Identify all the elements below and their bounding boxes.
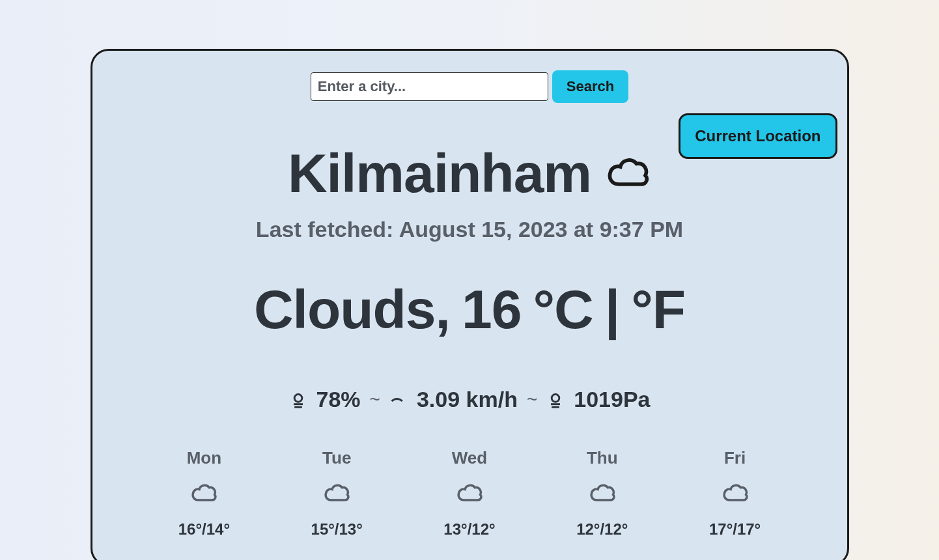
forecast-day-label: Wed: [403, 448, 536, 468]
search-button[interactable]: Search: [552, 70, 628, 103]
humidity-icon: [289, 387, 307, 412]
temperature-value: 16: [462, 278, 521, 341]
forecast-day: Thu 12°/12°: [536, 448, 669, 539]
cloud-icon: [138, 479, 271, 510]
separator: ~: [527, 389, 537, 410]
forecast-day-label: Thu: [536, 448, 669, 468]
wind-icon: [389, 387, 408, 412]
city-name: Kilmainham: [288, 142, 591, 205]
forecast-day-label: Fri: [669, 448, 802, 468]
cloud-icon: [669, 479, 802, 510]
unit-fahrenheit[interactable]: °F: [631, 278, 685, 341]
condition-row: Clouds, 16 °C | °F: [119, 278, 821, 341]
unit-celsius[interactable]: °C: [533, 278, 593, 341]
cloud-icon: [536, 479, 669, 510]
forecast-day: Tue 15°/13°: [270, 448, 403, 539]
stats-row: 78% ~ 3.09 km/h ~ 1019Pa: [119, 387, 821, 412]
pressure-value: 1019Pa: [574, 387, 650, 412]
search-row: Search: [119, 70, 821, 103]
forecast-day-label: Mon: [138, 448, 271, 468]
condition-text: Clouds,: [254, 278, 450, 341]
last-fetched-text: Last fetched: August 15, 2023 at 9:37 PM: [119, 217, 821, 242]
forecast-temps: 13°/12°: [403, 520, 536, 539]
current-location-button[interactable]: Current Location: [679, 113, 837, 159]
pressure-icon: [546, 387, 565, 412]
svg-point-0: [294, 395, 302, 402]
weather-card: Search Current Location Kilmainham Last …: [91, 49, 849, 560]
cloud-icon: [270, 479, 403, 510]
cloud-icon: [604, 149, 651, 199]
unit-divider: |: [605, 278, 620, 341]
forecast-temps: 16°/14°: [138, 520, 271, 539]
separator: ~: [370, 389, 380, 410]
forecast-day-label: Tue: [270, 448, 403, 468]
forecast-temps: 12°/12°: [536, 520, 669, 539]
forecast-temps: 17°/17°: [669, 520, 802, 539]
svg-point-3: [552, 395, 559, 402]
wind-value: 3.09 km/h: [417, 387, 518, 412]
forecast-day: Fri 17°/17°: [669, 448, 802, 539]
forecast-row: Mon 16°/14° Tue 15°/13° Wed 13°/12° Thu: [119, 448, 821, 539]
forecast-day: Wed 13°/12°: [403, 448, 536, 539]
humidity-value: 78%: [316, 387, 361, 412]
forecast-day: Mon 16°/14°: [138, 448, 271, 539]
city-search-input[interactable]: [311, 72, 548, 101]
forecast-temps: 15°/13°: [270, 520, 403, 539]
cloud-icon: [403, 479, 536, 510]
